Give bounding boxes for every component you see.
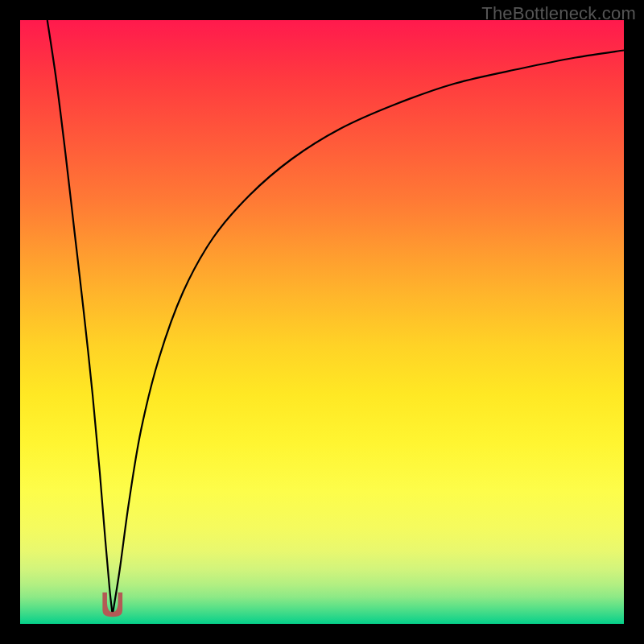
chart-frame: TheBottleneck.com (0, 0, 644, 644)
plot-area (20, 20, 624, 624)
curve-right-branch (113, 51, 624, 615)
curve-layer (20, 20, 624, 624)
optimum-marker (102, 592, 122, 617)
curve-left-branch (47, 20, 113, 615)
